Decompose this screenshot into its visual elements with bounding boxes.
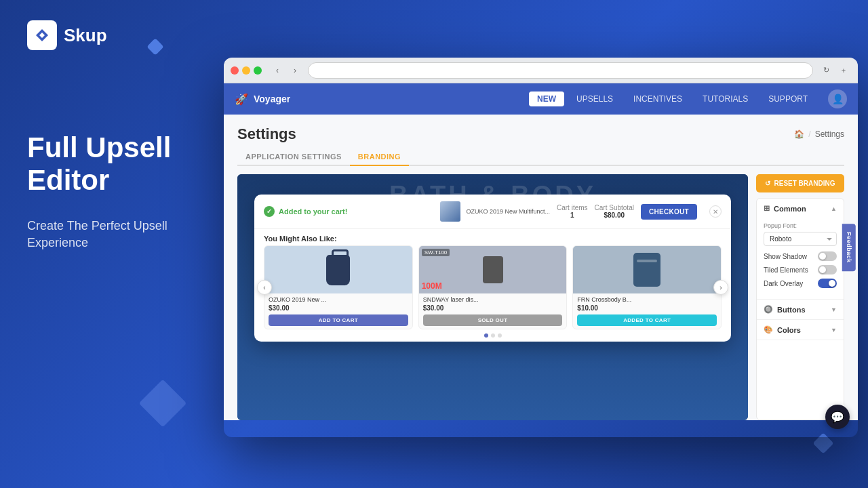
product-name-2: SNDWAY laser dis... (423, 296, 563, 303)
prev-button[interactable]: ‹ (257, 280, 272, 295)
cart-item-image (440, 201, 460, 222)
nav-item-new[interactable]: NEW (529, 92, 564, 106)
product-image-1 (264, 246, 412, 293)
maximize-button-tl[interactable] (254, 66, 262, 75)
tiled-elements-row: Tiled Elements (764, 265, 837, 274)
forward-button[interactable]: › (288, 63, 302, 78)
chat-button[interactable]: 💬 (825, 405, 850, 429)
dot-1 (484, 333, 488, 338)
add-to-cart-button-1[interactable]: ADD TO CART (269, 314, 408, 326)
font-select[interactable]: Roboto Open Sans Lato Montserrat (764, 232, 837, 246)
product-image-2: SW-T100 100M (419, 246, 567, 293)
preview-area: BATH & BODY ✓ Added to your cart! (237, 174, 748, 420)
cart-img-area: OZUKO 2019 New Multifunct... (440, 201, 550, 222)
colors-icon: 🎨 (764, 325, 773, 334)
buttons-label: Buttons (777, 306, 806, 314)
you-might-like-label: You Might Also Like: (254, 229, 731, 245)
app-header: 🚀 Voyager NEW UPSELLS INCENTIVES TUTORIA… (224, 83, 858, 115)
product-img-label-2: SW-T100 (422, 249, 450, 256)
popup-close-button[interactable]: ✕ (709, 205, 722, 218)
popup-card: ✓ Added to your cart! OZUKO 2019 New Mul… (254, 195, 731, 342)
product-image-2-inner: SW-T100 100M (419, 246, 567, 293)
cart-product-name: OZUKO 2019 New Multifunct... (466, 208, 550, 215)
browser-chrome: ‹ › ↻ + (224, 58, 858, 83)
colors-section[interactable]: 🎨 Colors ▼ (757, 320, 844, 340)
tiled-elements-label: Tiled Elements (764, 266, 808, 274)
added-to-cart-button-3[interactable]: ADDED TO CART (577, 314, 717, 326)
dark-overlay-label: Dark Overlay (764, 280, 803, 287)
address-bar[interactable] (308, 62, 813, 79)
product-img-price-2: 100M (422, 281, 442, 291)
tab-application-settings[interactable]: APPLICATION SETTINGS (237, 148, 350, 166)
bag-shape-3 (633, 253, 660, 287)
product-name-1: OZUKO 2019 New ... (269, 296, 408, 303)
hero-subtitle: Create The Perfect Upsell Experience (27, 218, 203, 251)
dot-3 (498, 333, 502, 338)
traffic-lights (231, 66, 262, 75)
reset-branding-button[interactable]: ↺ RESET BRANDING (756, 174, 844, 192)
nav-item-tutorials[interactable]: TUTORIALS (694, 92, 756, 106)
dark-overlay-knob (829, 280, 835, 287)
common-section-title: ⊞ Common (764, 204, 806, 213)
font-label: Popup Font: (764, 222, 837, 229)
tiled-elements-toggle[interactable] (818, 265, 837, 274)
browser-window: ‹ › ↻ + 🚀 Voyager NEW UPSELLS INCENTIVES… (224, 58, 858, 437)
browser-actions: ↻ + (818, 63, 851, 78)
reset-label: RESET BRANDING (774, 180, 835, 187)
tab-branding[interactable]: BRANDING (350, 148, 409, 166)
nav-item-upsells[interactable]: UPSELLS (568, 92, 621, 106)
back-button[interactable]: ‹ (270, 63, 285, 78)
bag-strap (637, 260, 657, 262)
product-card-1: OZUKO 2019 New ... $30.00 ADD TO CART (264, 245, 413, 329)
product-price-2: $30.00 (423, 304, 563, 312)
breadcrumb-sep: / (808, 129, 810, 139)
popup-dots (254, 329, 731, 342)
product-card-3: FRN Crossbody B... $10.00 ADDED TO CART (572, 245, 722, 329)
popup-header: ✓ Added to your cart! OZUKO 2019 New Mul… (254, 195, 731, 229)
common-label: Common (774, 205, 806, 213)
show-shadow-label: Show Shadow (764, 253, 807, 260)
dot-2 (491, 333, 495, 338)
product-price-1: $30.00 (269, 304, 408, 312)
common-section-header[interactable]: ⊞ Common ▲ (757, 199, 844, 218)
bag-shape-1 (326, 255, 350, 285)
product-info-3: FRN Crossbody B... $10.00 ADDED TO CART (573, 293, 721, 329)
refresh-icon[interactable]: ↻ (818, 63, 833, 78)
add-tab-icon[interactable]: + (836, 63, 851, 78)
common-section: ⊞ Common ▲ Popup Font: Roboto Open Sans (757, 199, 844, 300)
buttons-chevron: ▼ (831, 306, 837, 313)
common-section-body: Popup Font: Roboto Open Sans Lato Montse… (757, 218, 844, 299)
nav-item-support[interactable]: SUPPORT (760, 92, 816, 106)
reset-icon: ↺ (765, 180, 770, 187)
branding-panel: ⊞ Common ▲ Popup Font: Roboto Open Sans (756, 198, 844, 420)
common-chevron: ▲ (831, 205, 837, 212)
close-button-tl[interactable] (231, 66, 239, 75)
nav-pills: NEW UPSELLS INCENTIVES TUTORIALS SUPPORT (529, 92, 816, 106)
settings-header: Settings 🏠 / Settings (237, 125, 844, 143)
product-image-3 (573, 246, 721, 293)
sold-out-button-2[interactable]: SOLD OUT (423, 314, 563, 326)
dark-overlay-row: Dark Overlay (764, 279, 837, 288)
skup-logo: Skup (27, 20, 203, 50)
cart-subtotal: Cart Subtotal $80.00 (595, 204, 634, 219)
feedback-tab[interactable]: Feedback (842, 224, 856, 271)
popup-added-text: ✓ Added to your cart! (264, 206, 347, 217)
common-icon: ⊞ (764, 204, 770, 213)
content-row: BATH & BODY ✓ Added to your cart! (237, 174, 844, 420)
tiled-elements-knob (819, 266, 826, 273)
decorative-diamond-2 (139, 380, 187, 428)
product-card-2: SW-T100 100M SNDWAY laser dis... $30.00 … (418, 245, 568, 329)
buttons-section[interactable]: 🔘 Buttons ▼ (757, 300, 844, 320)
next-button[interactable]: › (713, 280, 728, 295)
checkout-button[interactable]: CHECKOUT (641, 204, 697, 220)
colors-section-title: 🎨 Colors (764, 325, 801, 334)
skup-logo-text: Skup (64, 25, 107, 46)
colors-chevron: ▼ (831, 327, 837, 333)
dark-overlay-toggle[interactable] (818, 279, 837, 288)
show-shadow-toggle[interactable] (818, 251, 837, 261)
buttons-icon: 🔘 (764, 305, 773, 314)
nav-item-incentives[interactable]: INCENTIVES (625, 92, 690, 106)
user-avatar[interactable]: 👤 (828, 89, 847, 108)
minimize-button-tl[interactable] (242, 66, 250, 75)
browser-nav: ‹ › (270, 63, 302, 78)
